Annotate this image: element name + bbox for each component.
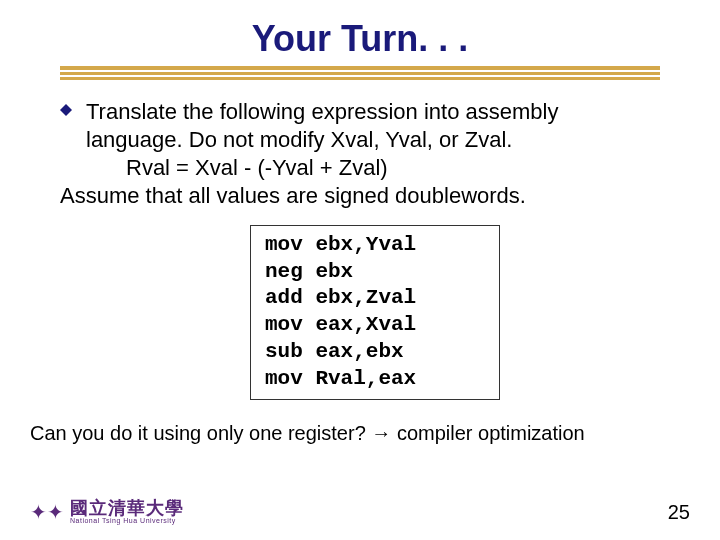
code-line: mov Rval,eax [265,366,485,393]
slide-title: Your Turn. . . [0,18,720,60]
body-line-2: language. Do not modify Xval, Yval, or Z… [86,126,558,154]
logo-icon: ✦✦ [30,500,64,524]
svg-marker-0 [60,104,72,116]
code-line: mov eax,Xval [265,312,485,339]
body-expression: Rval = Xval - (-Yval + Zval) [126,154,558,182]
body-line-3: Assume that all values are signed double… [60,182,558,210]
page-number: 25 [668,501,690,524]
diamond-bullet-icon [60,104,72,116]
body-line-1: Translate the following expression into … [86,98,558,126]
logo-text-en: National Tsing Hua University [70,517,184,524]
code-line: add ebx,Zval [265,285,485,312]
code-box: mov ebx,Yval neg ebx add ebx,Zval mov ea… [250,225,500,400]
footnote-text: Can you do it using only one register? →… [30,422,690,445]
code-line: sub eax,ebx [265,339,485,366]
university-logo: ✦✦ 國立清華大學 National Tsing Hua University [30,499,184,524]
logo-text-cn: 國立清華大學 [70,499,184,517]
title-underline [60,66,660,80]
code-line: mov ebx,Yval [265,232,485,259]
code-line: neg ebx [265,259,485,286]
